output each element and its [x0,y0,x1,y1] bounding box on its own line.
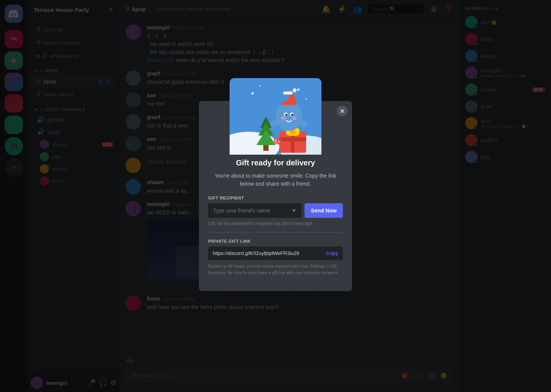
svg-point-32 [278,141,280,142]
svg-point-1 [251,92,254,95]
svg-point-4 [305,98,307,100]
svg-point-31 [275,139,277,141]
modal-close-button[interactable]: ✕ [337,106,347,116]
modal-divider [208,232,343,233]
gift-recipient-label: GIFT RECIPIENT [208,196,343,200]
gift-link-text: https://discord.gift/32uyfjbjdWeFR3iu29 [213,250,323,256]
recipient-placeholder: Type your friend's name [213,207,270,214]
recipient-select[interactable]: Type your friend's name ▼ [208,203,302,218]
svg-rect-10 [263,145,269,151]
modal-body: Gift ready for delivery You're about to … [199,158,352,291]
gift-recipient-section: GIFT RECIPIENT Type your friend's name ▼… [208,196,343,226]
svg-point-24 [285,114,287,116]
svg-point-21 [293,88,297,92]
modal-illustration-area [230,78,321,155]
private-link-section: PRIVATE GIFT LINK https://discord.gift/3… [208,239,343,276]
gift-hint: Gift will be delivered to recipient via … [208,221,343,226]
recipient-row: Type your friend's name ▼ Send Now [208,203,343,218]
svg-rect-30 [274,137,281,144]
expiry-text: Expires in 48 hours; you can renew expir… [208,263,343,276]
svg-point-25 [291,114,293,116]
gift-modal: ✕ Gift ready for delivery You're about t… [199,101,352,291]
copy-link-button[interactable]: Copy [326,250,339,256]
svg-point-26 [281,117,285,120]
link-row: https://discord.gift/32uyfjbjdWeFR3iu29 … [208,247,343,260]
modal-overlay[interactable]: ✕ Gift ready for delivery You're about t… [0,0,551,392]
svg-rect-20 [283,91,293,95]
svg-point-2 [259,85,261,87]
dropdown-chevron-icon: ▼ [291,207,297,214]
private-link-label: PRIVATE GIFT LINK [208,239,343,243]
modal-description: You're about to make someone smile. Copy… [208,172,343,188]
svg-point-3 [297,88,300,91]
gift-illustration [230,78,321,155]
svg-point-17 [276,102,302,131]
modal-title: Gift ready for delivery [208,158,343,167]
send-now-button[interactable]: Send Now [305,203,343,218]
svg-point-27 [292,117,297,120]
